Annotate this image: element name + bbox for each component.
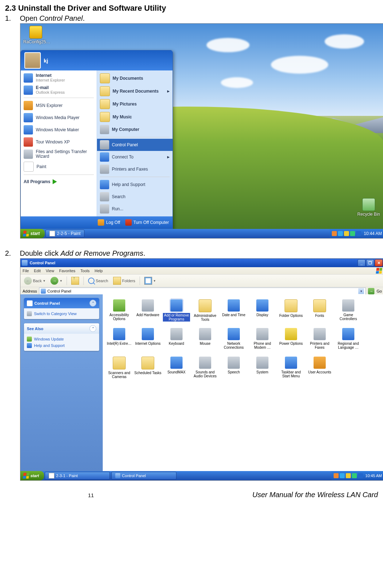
control-panel-item[interactable]: Game Controllers xyxy=(335,299,362,327)
taskbar-button-paint[interactable]: 2-2-5 - Paint xyxy=(45,230,84,237)
side-link-windows-update[interactable]: Windows Update xyxy=(27,336,96,342)
control-panel-item[interactable]: Administrative Tools xyxy=(192,299,219,327)
item-icon xyxy=(100,125,109,134)
cp-item-label: User Accounts xyxy=(308,370,331,374)
control-panel-item[interactable]: Date and Time xyxy=(220,299,247,327)
sidebox-header[interactable]: See Also ⌃ xyxy=(24,323,99,334)
tray-icon[interactable] xyxy=(340,473,345,478)
windows-flag-icon xyxy=(376,268,382,274)
control-panel-item[interactable]: Fonts xyxy=(306,299,333,327)
start-menu-item[interactable]: Run... xyxy=(97,203,173,215)
collapse-icon[interactable]: ⌃ xyxy=(89,300,96,307)
start-menu-item[interactable]: My Recent Documents▶ xyxy=(97,85,173,98)
minimize-button[interactable]: _ xyxy=(358,259,365,266)
close-button[interactable]: ✕ xyxy=(375,259,383,266)
sidebox-header[interactable]: Control Panel ⌃ xyxy=(24,298,99,308)
tray-icon[interactable] xyxy=(344,231,349,236)
control-panel-item[interactable]: System xyxy=(249,356,276,384)
control-panel-item[interactable]: Sounds and Audio Devices xyxy=(192,356,219,384)
cp-item-label: Folder Options xyxy=(279,314,303,318)
go-button[interactable]: → xyxy=(368,288,374,294)
control-panel-item[interactable]: Add Hardware xyxy=(134,299,161,327)
cp-item-icon xyxy=(113,299,125,312)
start-menu-item[interactable]: Printers and Faxes xyxy=(97,163,173,175)
tray-icon[interactable] xyxy=(332,231,337,236)
start-menu-item[interactable]: MSN Explorer xyxy=(21,99,97,112)
all-programs-button[interactable]: All Programs xyxy=(21,176,97,186)
desktop-icon-raconfig[interactable]: RaConfig25… xyxy=(23,26,48,44)
control-panel-item[interactable]: SoundMAX xyxy=(163,356,190,384)
start-button[interactable]: start xyxy=(20,471,44,480)
start-menu-item[interactable]: Control Panel xyxy=(97,139,173,151)
collapse-icon[interactable]: ⌃ xyxy=(89,325,96,332)
tray-icon[interactable] xyxy=(350,231,355,236)
chevron-right-icon: ▶ xyxy=(167,155,170,159)
taskbar-clock: 10:45 AM xyxy=(365,474,382,478)
control-panel-item[interactable]: Folder Options xyxy=(277,299,305,327)
turn-off-button[interactable]: Turn Off Computer xyxy=(125,219,169,226)
tray-icon[interactable] xyxy=(356,231,361,236)
control-panel-item[interactable]: Intel(R) Extre… xyxy=(106,327,133,355)
control-panel-item[interactable]: Printers and Faxes xyxy=(306,327,333,355)
control-panel-item[interactable]: Accessibility Options xyxy=(106,299,133,327)
control-panel-item[interactable]: Keyboard xyxy=(163,327,190,355)
tray-icon[interactable] xyxy=(352,473,357,478)
up-button[interactable]: ↑ xyxy=(70,276,81,285)
control-panel-item[interactable]: Scanners and Cameras xyxy=(106,356,133,384)
start-menu-item[interactable]: Help and Support xyxy=(97,178,173,191)
taskbar-button-paint[interactable]: 2-3-1 - Paint xyxy=(45,472,110,480)
start-menu-item[interactable]: Search xyxy=(97,191,173,203)
start-menu-item[interactable]: Paint xyxy=(21,160,97,173)
start-menu-item[interactable]: Tour Windows XP xyxy=(21,136,97,148)
search-button[interactable]: Search xyxy=(87,277,110,285)
control-panel-item[interactable]: Phone and Modem … xyxy=(249,327,276,355)
menu-file[interactable]: File xyxy=(23,269,29,273)
desktop-icon-recycle-bin[interactable]: Recycle Bin xyxy=(356,198,381,217)
views-button[interactable]: ▼ xyxy=(143,276,157,285)
item-icon xyxy=(100,204,109,214)
control-panel-item[interactable]: Speech xyxy=(220,356,247,384)
start-menu-item[interactable]: My Computer xyxy=(97,123,173,136)
control-panel-item[interactable]: Taskbar and Start Menu xyxy=(277,356,305,384)
menu-help[interactable]: Help xyxy=(94,269,103,273)
start-menu-item[interactable]: Connect To▶ xyxy=(97,151,173,163)
tray-icon[interactable] xyxy=(346,473,351,478)
start-menu-item[interactable]: My Pictures xyxy=(97,98,173,111)
control-panel-item[interactable]: User Accounts xyxy=(306,356,333,384)
start-menu-item[interactable]: My Documents xyxy=(97,72,173,85)
start-menu-item[interactable]: Files and Settings Transfer Wizard xyxy=(21,148,97,160)
address-input[interactable]: Control Panel ▼ xyxy=(39,288,366,295)
control-panel-item[interactable]: Display xyxy=(249,299,276,327)
cp-item-label: Display xyxy=(257,313,268,317)
back-button[interactable]: ←Back▼ xyxy=(23,276,47,285)
start-menu-item[interactable]: InternetInternet Explorer xyxy=(21,72,97,84)
control-panel-item[interactable]: Network Connections xyxy=(220,327,247,355)
log-off-button[interactable]: Log Off xyxy=(98,219,120,226)
tray-icon[interactable] xyxy=(334,473,339,478)
control-panel-item[interactable]: Regional and Language … xyxy=(335,327,362,355)
side-link-help-support[interactable]: Help and Support xyxy=(27,342,96,349)
cp-item-icon xyxy=(314,328,326,340)
taskbar-button-control-panel[interactable]: Control Panel xyxy=(111,472,176,480)
control-panel-item[interactable]: Add or Remove Programs xyxy=(163,299,190,327)
forward-button[interactable]: →▼ xyxy=(49,276,64,285)
side-link-category-view[interactable]: Switch to Category View xyxy=(27,310,96,317)
folders-button[interactable]: Folders xyxy=(112,276,137,285)
menu-favorites[interactable]: Favorites xyxy=(59,269,75,273)
control-panel-item[interactable]: Mouse xyxy=(192,327,219,355)
start-button[interactable]: start xyxy=(20,229,45,238)
start-menu-item[interactable]: Windows Movie Maker xyxy=(21,124,97,136)
start-menu-item[interactable]: Windows Media Player xyxy=(21,112,97,124)
chevron-down-icon[interactable]: ▼ xyxy=(358,288,364,294)
control-panel-item[interactable]: Internet Options xyxy=(134,327,161,355)
start-menu-item[interactable]: E-mailOutlook Express xyxy=(21,84,97,96)
control-panel-item[interactable]: Power Options xyxy=(277,327,305,355)
start-menu-item[interactable]: My Music xyxy=(97,111,173,123)
menu-edit[interactable]: Edit xyxy=(34,269,41,273)
tray-icon[interactable] xyxy=(338,231,343,236)
menu-tools[interactable]: Tools xyxy=(81,269,90,273)
tray-icon[interactable] xyxy=(358,473,363,478)
menu-view[interactable]: View xyxy=(46,269,54,273)
maximize-button[interactable]: ❐ xyxy=(366,259,374,266)
control-panel-item[interactable]: Scheduled Tasks xyxy=(134,356,161,384)
